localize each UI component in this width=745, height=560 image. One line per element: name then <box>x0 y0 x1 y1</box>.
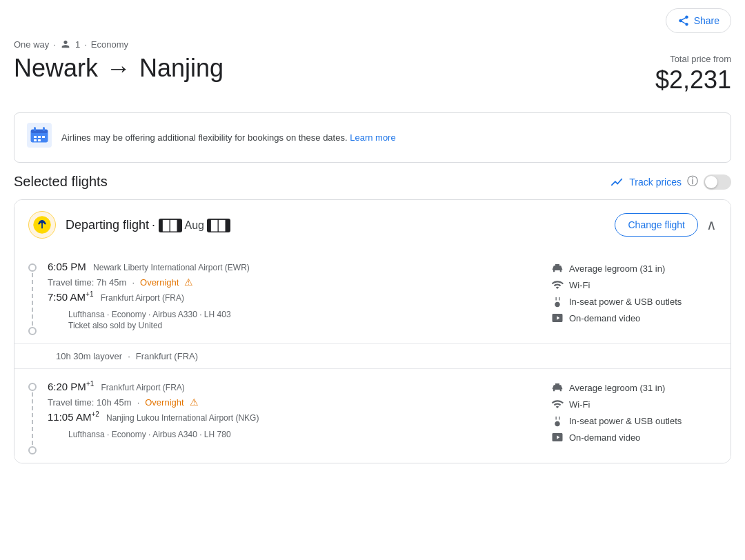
arrival-time-1: 7:50 AM+1 Frankfurt Airport (FRA) <box>48 290 551 303</box>
svg-rect-6 <box>38 136 41 138</box>
trip-row: Newark → Nanjing Total price from $2,231 <box>14 54 731 94</box>
svg-rect-3 <box>34 127 36 131</box>
power-icon-1 <box>551 295 564 308</box>
card-header-right: Change flight ∧ <box>615 213 717 237</box>
trip-price-section: Total price from $2,231 <box>655 54 731 94</box>
date-dot: · <box>152 218 159 232</box>
travel-info-2: Travel time: 10h 45m · Overnight ⚠ <box>48 397 551 408</box>
seat-icon-1 <box>551 262 564 274</box>
destination: Nanjing <box>139 54 223 83</box>
route-details-2: 6:20 PM+1 Frankfurt Airport (FRA) Travel… <box>48 380 551 454</box>
flight-card-header: Departing flight · ▉▉ Aug ▉▉ Change flig… <box>14 200 731 250</box>
video-icon-2 <box>551 431 564 443</box>
segment-content-1: 6:05 PM Newark Liberty International Air… <box>28 261 717 335</box>
svg-rect-7 <box>42 136 45 138</box>
trip-meta: One way · 1 · Economy <box>14 39 731 50</box>
departure-dot-1 <box>28 263 37 272</box>
travel-info-1: Travel time: 7h 45m · Overnight ⚠ <box>48 277 551 288</box>
route-line-1b <box>32 301 33 326</box>
cabin-class: Economy <box>91 39 128 50</box>
airline-info-2: Lufthansa · Economy · Airbus A340 · LH 7… <box>68 430 551 439</box>
departing-date: ▉▉ Aug ▉▉ <box>159 219 230 231</box>
amenity-power-1: In-seat power & USB outlets <box>551 295 717 308</box>
svg-rect-4 <box>43 127 45 131</box>
svg-rect-2 <box>31 130 48 133</box>
flight-segment-2: 6:20 PM+1 Frankfurt Airport (FRA) Travel… <box>14 369 731 463</box>
ticket-sold-info-1: Ticket also sold by United <box>68 321 551 330</box>
warning-icon-2: ⚠ <box>190 397 199 408</box>
arrival-superscript-2: +2 <box>91 410 99 418</box>
departure-time-1: 6:05 PM Newark Liberty International Air… <box>48 261 551 272</box>
share-button[interactable]: Share <box>666 8 731 33</box>
arrival-time-2: 11:05 AM+2 Nanjing Lukou International A… <box>48 410 551 423</box>
arrival-superscript-1: +1 <box>86 290 93 298</box>
route-details-1: 6:05 PM Newark Liberty International Air… <box>48 261 551 335</box>
warning-icon-1: ⚠ <box>184 277 193 288</box>
price-value: $2,231 <box>655 66 731 94</box>
departure-time-2: 6:20 PM+1 Frankfurt Airport (FRA) <box>48 380 551 392</box>
change-flight-button[interactable]: Change flight <box>615 213 698 237</box>
flight-segment-1: 6:05 PM Newark Liberty International Air… <box>14 250 731 343</box>
amenities-column-2: Average legroom (31 in) Wi-Fi In-seat po… <box>551 380 717 454</box>
arrival-dot-2 <box>28 446 37 454</box>
video-icon-1 <box>551 312 564 324</box>
amenities-column-1: Average legroom (31 in) Wi-Fi In-seat po… <box>551 261 717 335</box>
svg-rect-9 <box>38 139 41 141</box>
dot1: · <box>53 39 56 50</box>
airline-logo <box>28 211 56 239</box>
trip-type: One way <box>14 39 49 50</box>
amenity-video-1: On-demand video <box>551 312 717 324</box>
amenity-video-2: On-demand video <box>551 431 717 443</box>
airline-logo-area: Departing flight · ▉▉ Aug ▉▉ <box>28 211 230 239</box>
section-header: Selected flights Track prices ⓘ <box>14 174 731 190</box>
departure-dot-2 <box>28 383 37 391</box>
trip-title: Newark → Nanjing <box>14 54 223 83</box>
power-icon-2 <box>551 414 564 427</box>
track-prices-area: Track prices ⓘ <box>610 174 731 190</box>
flexibility-icon <box>27 123 52 152</box>
price-label: Total price from <box>655 54 731 64</box>
passengers: 1 <box>75 39 80 50</box>
departing-info: Departing flight · ▉▉ Aug ▉▉ <box>66 218 230 232</box>
learn-more-link[interactable]: Learn more <box>350 132 395 143</box>
flight-card: Departing flight · ▉▉ Aug ▉▉ Change flig… <box>14 199 731 463</box>
share-icon <box>677 14 690 27</box>
dot2: · <box>84 39 87 50</box>
amenity-legroom-2: Average legroom (31 in) <box>551 381 717 394</box>
wifi-icon-1 <box>551 279 564 291</box>
passenger-icon <box>60 39 71 50</box>
flexibility-banner: Airlines may be offering additional flex… <box>14 112 731 163</box>
amenity-power-2: In-seat power & USB outlets <box>551 414 717 427</box>
segment-left-2: 6:20 PM+1 Frankfurt Airport (FRA) Travel… <box>28 380 551 454</box>
flexibility-message: Airlines may be offering additional flex… <box>61 132 348 143</box>
airline-info-1: Lufthansa · Economy · Airbus A330 · LH 4… <box>68 310 551 319</box>
arrow: → <box>106 54 131 83</box>
route-line-1 <box>32 273 33 298</box>
chevron-up-icon[interactable]: ∧ <box>706 217 717 233</box>
route-line-2b <box>32 420 33 445</box>
section-title: Selected flights <box>14 174 108 190</box>
selected-flights-section: Selected flights Track prices ⓘ Depa <box>0 174 745 463</box>
route-timeline-1 <box>28 261 37 335</box>
layover-divider: 10h 30m layover · Frankfurt (FRA) <box>14 343 731 369</box>
overnight-badge-2: Overnight <box>145 397 183 408</box>
info-icon[interactable]: ⓘ <box>687 174 698 189</box>
route-line-2 <box>32 392 33 417</box>
origin: Newark <box>14 54 98 83</box>
svg-rect-8 <box>34 139 37 141</box>
route-timeline-2 <box>28 380 37 454</box>
track-prices-icon <box>610 175 624 189</box>
svg-rect-5 <box>34 136 37 138</box>
amenity-legroom-1: Average legroom (31 in) <box>551 262 717 274</box>
arrival-dot-1 <box>28 327 37 335</box>
flexibility-text: Airlines may be offering additional flex… <box>61 132 396 143</box>
amenity-wifi-1: Wi-Fi <box>551 279 717 291</box>
share-label: Share <box>694 15 719 26</box>
overnight-badge-1: Overnight <box>140 277 179 288</box>
track-prices-label: Track prices <box>629 177 682 188</box>
header-section: One way · 1 · Economy Newark → Nanjing T… <box>0 36 745 106</box>
departing-label: Departing flight <box>66 218 149 232</box>
wifi-icon-2 <box>551 398 564 410</box>
segment-left-1: 6:05 PM Newark Liberty International Air… <box>28 261 551 335</box>
track-prices-toggle[interactable] <box>704 174 731 190</box>
